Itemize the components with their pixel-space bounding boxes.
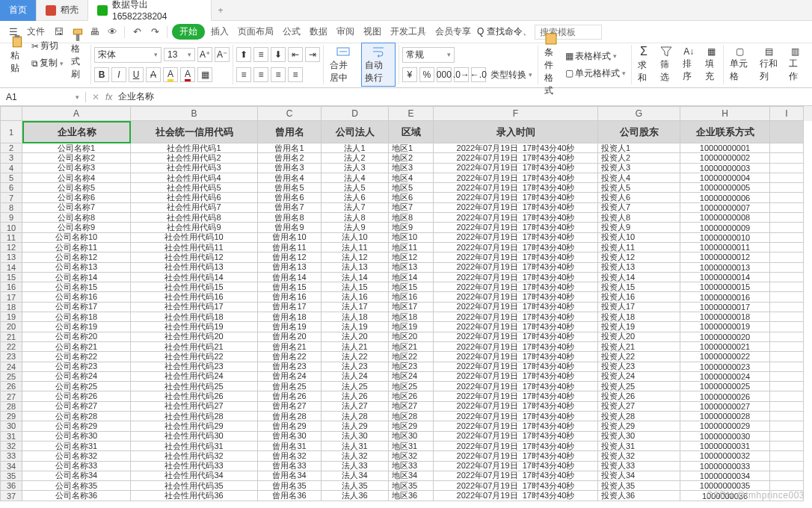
cell[interactable]: 社会性用代码10 — [131, 233, 258, 243]
sort-button[interactable]: A↓排序 — [680, 46, 698, 83]
cell[interactable] — [770, 153, 804, 163]
cell[interactable]: 曾用名30 — [258, 432, 322, 442]
tab-add[interactable]: + — [212, 5, 230, 16]
cell[interactable]: 法人35 — [322, 481, 389, 491]
cell[interactable]: 曾用名19 — [258, 322, 322, 332]
cell[interactable]: 2022年07月19日 17时43分40秒 — [434, 462, 598, 471]
cell[interactable]: 公司名称3 — [22, 164, 131, 173]
cell[interactable]: 社会性用代码31 — [131, 442, 258, 451]
cell[interactable]: 公司名称10 — [22, 233, 131, 243]
cell[interactable]: 地区21 — [389, 342, 434, 352]
cell[interactable]: 10000000022 — [680, 352, 770, 362]
merge-center-button[interactable]: 合并居中 — [327, 45, 359, 84]
cond-format-button[interactable]: 条件格式 — [541, 32, 561, 97]
cell[interactable]: 公司名称23 — [22, 362, 131, 372]
cell[interactable]: 10000000026 — [680, 391, 770, 401]
cell[interactable]: 公司名称32 — [22, 451, 131, 461]
cell[interactable]: 投资人12 — [598, 253, 680, 262]
cell[interactable]: 公司名称19 — [22, 322, 131, 332]
cell[interactable]: 10000000003 — [680, 164, 770, 173]
align-center[interactable]: ≡ — [253, 67, 268, 82]
cell[interactable]: 法人16 — [322, 292, 389, 302]
cell[interactable]: 2022年07月19日 17时43分40秒 — [434, 243, 598, 253]
cell[interactable]: 公司名称25 — [22, 382, 131, 391]
cell[interactable]: 地区33 — [389, 462, 434, 471]
cell[interactable]: 10000000010 — [680, 233, 770, 243]
cell[interactable] — [770, 173, 804, 183]
cell[interactable] — [770, 292, 804, 302]
cell[interactable]: 10000000009 — [680, 223, 770, 232]
row-hdr[interactable]: 23 — [0, 352, 22, 362]
cell[interactable]: 2022年07月19日 17时43分40秒 — [434, 303, 598, 312]
cell[interactable]: 公司名称1 — [22, 143, 131, 153]
cell[interactable]: 法人13 — [322, 263, 389, 273]
cell[interactable]: 曾用名7 — [258, 203, 322, 213]
cell[interactable] — [770, 121, 804, 143]
cell[interactable]: 公司名称27 — [22, 402, 131, 412]
menu-review[interactable]: 审阅 — [333, 22, 357, 41]
cell[interactable]: 公司名称4 — [22, 173, 131, 183]
cell[interactable]: 社会性用代码34 — [131, 471, 258, 481]
formula-value[interactable]: 企业名称 — [118, 90, 154, 103]
cell[interactable]: 2022年07月19日 17时43分40秒 — [434, 173, 598, 183]
header-cell[interactable]: 社会统一信用代码 — [131, 121, 258, 143]
cell[interactable]: 法人18 — [322, 312, 389, 322]
cell[interactable]: 地区29 — [389, 421, 434, 431]
cell[interactable]: 法人32 — [322, 451, 389, 461]
cell[interactable]: 2022年07月19日 17时43分40秒 — [434, 292, 598, 302]
cell[interactable]: 10000000002 — [680, 153, 770, 163]
cell[interactable]: 法人7 — [322, 203, 389, 213]
row-hdr[interactable]: 9 — [0, 213, 22, 223]
cell[interactable]: 曾用名24 — [258, 372, 322, 382]
rowcol-button[interactable]: ▤行和列 — [757, 46, 781, 83]
cell[interactable]: 曾用名15 — [258, 282, 322, 292]
cell[interactable]: 2022年07月19日 17时43分40秒 — [434, 421, 598, 431]
cell[interactable]: 曾用名34 — [258, 471, 322, 481]
cell[interactable]: 社会性用代码16 — [131, 292, 258, 302]
cell[interactable]: 法人12 — [322, 253, 389, 262]
cell[interactable]: 投资人33 — [598, 462, 680, 471]
cell[interactable]: 曾用名32 — [258, 451, 322, 461]
command-search[interactable]: Q 查找命令、 — [477, 25, 602, 40]
cell[interactable] — [770, 391, 804, 401]
row-hdr[interactable]: 26 — [0, 382, 22, 391]
type-convert-button[interactable]: 类型转换▾ — [488, 67, 535, 83]
row-hdr[interactable]: 2 — [0, 143, 22, 153]
preview-icon[interactable]: 👁 — [105, 23, 120, 40]
cell[interactable]: 10000000023 — [680, 362, 770, 372]
cell[interactable]: 投资人18 — [598, 312, 680, 322]
cell[interactable]: 法人34 — [322, 471, 389, 481]
row-hdr[interactable]: 31 — [0, 432, 22, 442]
cell[interactable]: 10000000012 — [680, 253, 770, 262]
cell[interactable]: 公司名称13 — [22, 263, 131, 273]
cell[interactable]: 社会性用代码7 — [131, 203, 258, 213]
cell[interactable]: 10000000020 — [680, 332, 770, 342]
cell[interactable]: 曾用名21 — [258, 342, 322, 352]
cell[interactable]: 地区27 — [389, 402, 434, 412]
cell[interactable] — [770, 213, 804, 223]
cell[interactable]: 法人17 — [322, 303, 389, 312]
cell[interactable]: 社会性用代码28 — [131, 412, 258, 421]
cell[interactable]: 社会性用代码12 — [131, 253, 258, 262]
cell[interactable]: 地区22 — [389, 352, 434, 362]
percent-button[interactable]: % — [419, 67, 434, 82]
cell[interactable]: 社会性用代码2 — [131, 153, 258, 163]
cell[interactable]: 社会性用代码24 — [131, 372, 258, 382]
cell[interactable]: 投资人32 — [598, 451, 680, 461]
cell[interactable]: 地区20 — [389, 332, 434, 342]
cell[interactable]: 10000000014 — [680, 273, 770, 282]
cell[interactable]: 曾用名36 — [258, 491, 322, 501]
row-hdr[interactable]: 12 — [0, 243, 22, 253]
dec-dec-button[interactable]: ←.0 — [471, 67, 486, 82]
cell[interactable]: 投资人11 — [598, 243, 680, 253]
sum-button[interactable]: Σ求和 — [635, 45, 653, 84]
cell[interactable]: 投资人22 — [598, 352, 680, 362]
row-hdr[interactable]: 33 — [0, 451, 22, 461]
cell[interactable]: 2022年07月19日 17时43分40秒 — [434, 213, 598, 223]
cell[interactable]: 地区15 — [389, 282, 434, 292]
cell[interactable]: 2022年07月19日 17时43分40秒 — [434, 183, 598, 193]
cell[interactable]: 公司名称7 — [22, 203, 131, 213]
cell[interactable]: 社会性用代码35 — [131, 481, 258, 491]
cell[interactable]: 10000000001 — [680, 143, 770, 153]
cell[interactable]: 法人11 — [322, 243, 389, 253]
